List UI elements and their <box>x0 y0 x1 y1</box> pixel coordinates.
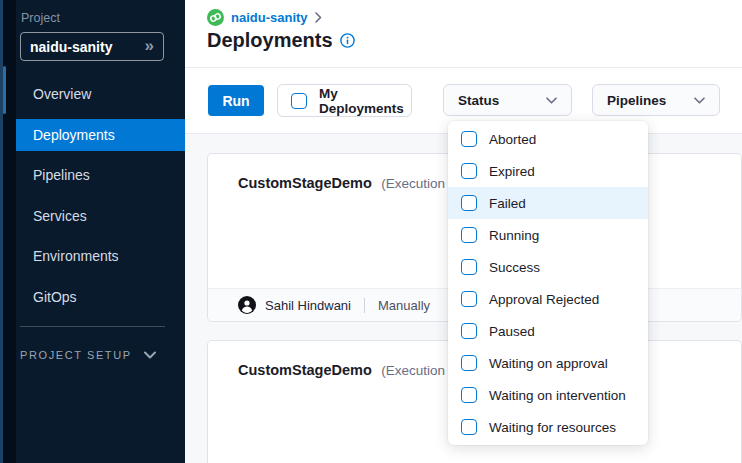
triggered-by: Sahil Hindwani <box>265 298 351 313</box>
double-chevron-right-icon: » <box>145 37 154 54</box>
sidebar-item-deployments[interactable]: Deployments <box>16 119 185 151</box>
status-filter-dropdown[interactable]: Status <box>443 84 572 116</box>
sidebar-item-gitops[interactable]: GitOps <box>16 281 185 313</box>
status-checkbox[interactable] <box>461 323 477 339</box>
user-avatar <box>238 296 256 314</box>
breadcrumb-project-link[interactable]: naidu-sanity <box>231 10 308 25</box>
status-checkbox[interactable] <box>461 419 477 435</box>
page-title-row: Deployments <box>207 29 355 52</box>
my-deployments-label: My Deployments <box>319 86 404 116</box>
pipelines-filter-label: Pipelines <box>607 93 666 108</box>
sidebar: Project naidu-sanity » Overview Deployme… <box>0 0 185 463</box>
status-checkbox[interactable] <box>461 355 477 371</box>
pipeline-name: CustomStageDemo <box>238 175 372 191</box>
breadcrumb: naidu-sanity <box>207 9 322 26</box>
execution-title: CustomStageDemo (Execution Id <box>238 174 460 192</box>
status-option-aborted[interactable]: Aborted <box>448 123 648 155</box>
chevron-down-icon <box>546 97 557 104</box>
status-checkbox[interactable] <box>461 387 477 403</box>
pipelines-filter-dropdown[interactable]: Pipelines <box>592 84 720 116</box>
sidebar-item-pipelines[interactable]: Pipelines <box>16 159 185 191</box>
execution-title: CustomStageDemo (Execution Id <box>238 361 460 379</box>
status-option-paused[interactable]: Paused <box>448 315 648 347</box>
status-option-expired[interactable]: Expired <box>448 155 648 187</box>
project-selector-value: naidu-sanity <box>30 39 145 55</box>
project-setup-toggle[interactable]: PROJECT SETUP <box>20 349 156 361</box>
project-icon <box>207 9 224 26</box>
status-option-success[interactable]: Success <box>448 251 648 283</box>
project-selector[interactable]: naidu-sanity » <box>20 32 164 61</box>
status-checkbox[interactable] <box>461 195 477 211</box>
run-button[interactable]: Run <box>208 85 264 116</box>
info-icon[interactable] <box>340 33 355 48</box>
sidebar-scrollbar[interactable] <box>3 66 6 114</box>
sidebar-item-overview[interactable]: Overview <box>16 78 185 110</box>
status-option-running[interactable]: Running <box>448 219 648 251</box>
status-option-waiting-on-approval[interactable]: Waiting on approval <box>448 347 648 379</box>
status-checkbox[interactable] <box>461 259 477 275</box>
status-option-approval-rejected[interactable]: Approval Rejected <box>448 283 648 315</box>
app-window: Project naidu-sanity » Overview Deployme… <box>0 0 742 463</box>
status-checkbox[interactable] <box>461 163 477 179</box>
sidebar-divider <box>20 326 165 327</box>
project-setup-label: PROJECT SETUP <box>20 349 132 361</box>
status-option-failed[interactable]: Failed <box>448 187 648 219</box>
my-deployments-checkbox[interactable] <box>291 93 307 109</box>
status-filter-menu: Aborted Expired Failed Running Success A… <box>448 121 648 445</box>
project-label: Project <box>21 11 60 25</box>
chevron-down-icon <box>144 351 156 359</box>
pipeline-name: CustomStageDemo <box>238 362 372 378</box>
status-option-waiting-for-resources[interactable]: Waiting for resources <box>448 411 648 443</box>
status-option-waiting-on-intervention[interactable]: Waiting on intervention <box>448 379 648 411</box>
chevron-right-icon <box>315 12 322 23</box>
sidebar-item-services[interactable]: Services <box>16 200 185 232</box>
chevron-down-icon <box>694 97 705 104</box>
trigger-type: Manually <box>378 298 430 313</box>
status-checkbox[interactable] <box>461 131 477 147</box>
sidebar-item-environments[interactable]: Environments <box>16 240 185 272</box>
sidebar-nav: Overview Deployments Pipelines Services … <box>16 78 185 322</box>
footer-separator <box>364 298 365 313</box>
status-checkbox[interactable] <box>461 227 477 243</box>
page-title: Deployments <box>207 29 333 52</box>
status-checkbox[interactable] <box>461 291 477 307</box>
my-deployments-filter[interactable]: My Deployments <box>277 84 412 117</box>
status-filter-label: Status <box>458 93 499 108</box>
module-rail <box>0 0 16 463</box>
